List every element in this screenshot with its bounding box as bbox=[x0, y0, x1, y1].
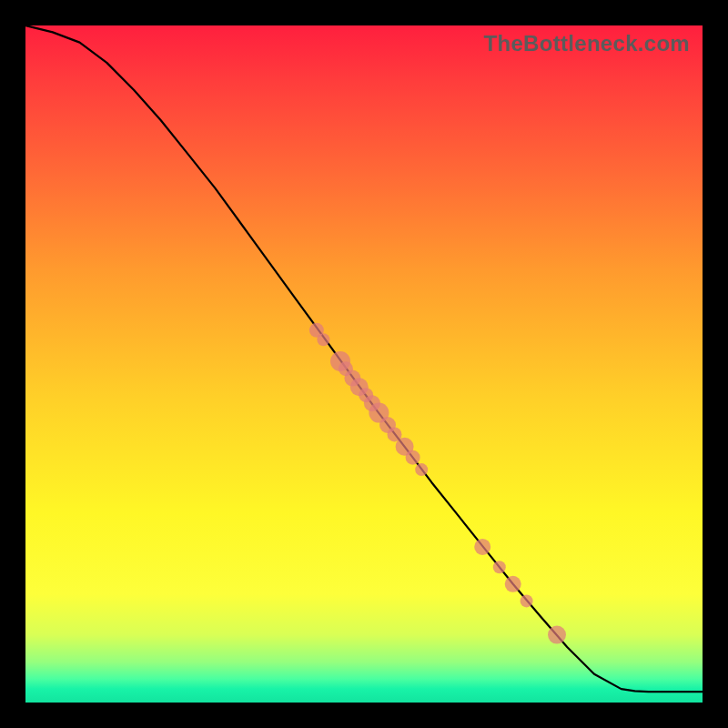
chart-points-group bbox=[309, 323, 566, 644]
chart-point bbox=[406, 450, 420, 465]
chart-point bbox=[317, 333, 329, 346]
chart-stage: TheBottleneck.com bbox=[0, 0, 728, 728]
chart-point bbox=[493, 561, 506, 573]
chart-curve bbox=[25, 25, 703, 692]
chart-point bbox=[521, 594, 533, 607]
chart-point bbox=[474, 539, 490, 555]
chart-point bbox=[505, 576, 521, 592]
chart-point bbox=[415, 463, 428, 476]
chart-plot-area: TheBottleneck.com bbox=[25, 25, 703, 703]
chart-point bbox=[548, 626, 566, 644]
chart-overlay bbox=[25, 25, 703, 703]
